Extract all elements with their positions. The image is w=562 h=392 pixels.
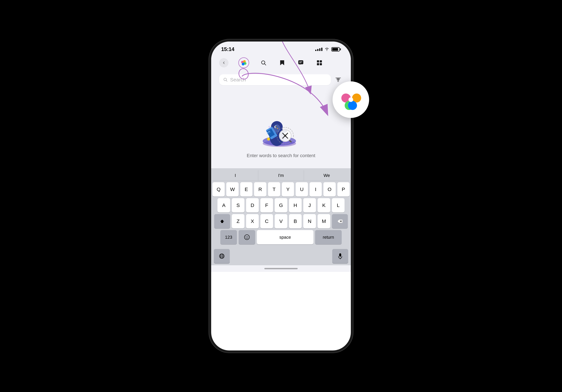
key-n[interactable]: N xyxy=(303,214,316,228)
mic-key[interactable] xyxy=(332,249,348,263)
home-bar xyxy=(264,268,298,269)
key-l[interactable]: L xyxy=(332,198,344,213)
empty-state-text: Enter words to search for content xyxy=(247,153,315,158)
clover-annotation-logo xyxy=(340,89,362,111)
key-p[interactable]: P xyxy=(337,182,350,197)
key-b[interactable]: B xyxy=(289,214,302,228)
clover-annotation-circle xyxy=(333,81,369,118)
emoji-key[interactable] xyxy=(239,230,255,244)
empty-state-illustration xyxy=(251,104,311,148)
svg-point-21 xyxy=(284,135,286,137)
key-t[interactable]: T xyxy=(268,182,280,197)
suggestion-we[interactable]: We xyxy=(304,170,350,181)
svg-rect-8 xyxy=(320,63,322,65)
key-h[interactable]: H xyxy=(289,198,302,213)
chat-nav-button[interactable] xyxy=(296,58,305,67)
svg-point-29 xyxy=(267,137,270,141)
svg-point-34 xyxy=(247,236,248,237)
key-s[interactable]: S xyxy=(232,198,245,213)
shift-key[interactable] xyxy=(214,214,230,228)
keyboard-row-2: A S D F G H J K L xyxy=(212,198,350,213)
search-input-icon xyxy=(223,78,228,82)
search-placeholder-text: Search xyxy=(230,77,246,83)
key-v[interactable]: V xyxy=(275,214,287,228)
key-a[interactable]: A xyxy=(218,198,230,213)
filter-button[interactable] xyxy=(334,75,343,84)
home-indicator xyxy=(211,265,351,272)
svg-point-32 xyxy=(245,235,249,240)
key-y[interactable]: Y xyxy=(282,182,294,197)
nav-bar xyxy=(211,54,351,72)
key-r[interactable]: R xyxy=(254,182,266,197)
key-f[interactable]: F xyxy=(260,198,273,213)
search-input-wrap[interactable]: Search xyxy=(219,74,331,85)
key-j[interactable]: J xyxy=(303,198,316,213)
search-nav-button[interactable] xyxy=(259,58,268,67)
key-m[interactable]: M xyxy=(317,214,330,228)
keyboard-suggestions: I I'm We xyxy=(212,170,350,181)
numbers-key[interactable]: 123 xyxy=(220,230,237,244)
key-o[interactable]: O xyxy=(323,182,336,197)
apps-nav-item[interactable] xyxy=(238,57,249,68)
svg-point-33 xyxy=(246,236,246,237)
key-e[interactable]: E xyxy=(240,182,252,197)
back-button[interactable] xyxy=(219,58,228,67)
keyboard-row-bottom: 123 space return xyxy=(212,230,350,246)
phone-frame: 15:14 xyxy=(211,42,351,350)
key-w[interactable]: W xyxy=(226,182,238,197)
svg-point-16 xyxy=(275,126,277,128)
main-content: Enter words to search for content xyxy=(211,88,351,168)
keyboard-row-1: Q W E R T Y U I O P xyxy=(212,182,350,197)
status-bar: 15:14 xyxy=(211,42,351,54)
key-x[interactable]: X xyxy=(246,214,259,228)
space-key[interactable]: space xyxy=(257,230,313,244)
key-d[interactable]: D xyxy=(246,198,259,213)
search-bar-container: Search xyxy=(211,72,351,88)
grid-nav-button[interactable] xyxy=(315,58,324,67)
keyboard-row-3: Z X C V B N M xyxy=(212,214,350,228)
delete-key[interactable] xyxy=(332,214,348,228)
key-c[interactable]: C xyxy=(260,214,273,228)
illustration-area: Enter words to search for content xyxy=(219,98,343,158)
suggestion-im[interactable]: I'm xyxy=(258,170,304,181)
status-time: 15:14 xyxy=(221,46,234,52)
key-z[interactable]: Z xyxy=(232,214,245,228)
key-i[interactable]: I xyxy=(310,182,322,197)
battery-icon xyxy=(331,47,341,52)
return-key[interactable]: return xyxy=(315,230,342,244)
key-k[interactable]: K xyxy=(317,198,330,213)
clover-nav-icon xyxy=(241,60,247,66)
bookmark-nav-button[interactable] xyxy=(278,58,286,67)
wifi-icon xyxy=(325,48,329,51)
key-u[interactable]: U xyxy=(296,182,308,197)
svg-rect-2 xyxy=(298,60,303,64)
svg-rect-5 xyxy=(317,60,319,62)
key-g[interactable]: G xyxy=(275,198,287,213)
svg-rect-7 xyxy=(317,63,319,65)
svg-point-42 xyxy=(349,97,353,102)
suggestion-i[interactable]: I xyxy=(212,170,258,181)
phone-wrapper: 15:14 xyxy=(211,42,351,350)
svg-rect-40 xyxy=(339,253,341,257)
globe-key[interactable] xyxy=(214,249,230,263)
key-q[interactable]: Q xyxy=(212,182,225,197)
status-icons xyxy=(315,47,341,52)
signal-icon xyxy=(315,48,322,51)
svg-rect-6 xyxy=(320,60,322,62)
keyboard: I I'm We Q W E R T Y U I O P A S D xyxy=(211,168,351,265)
keyboard-bottom-bar xyxy=(212,248,350,265)
svg-point-24 xyxy=(268,126,270,128)
